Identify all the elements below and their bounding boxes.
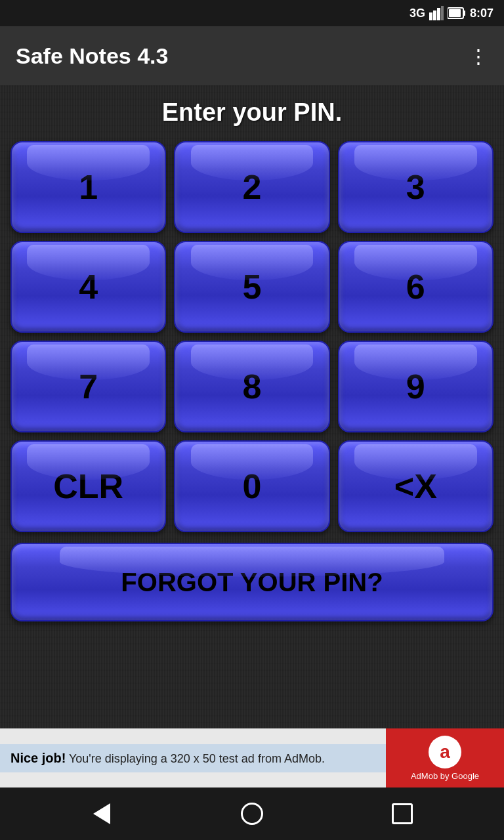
ad-title: Nice job! [10,751,66,765]
svg-rect-1 [433,10,436,20]
key-4-button[interactable]: 4 [10,241,166,333]
app-title: Safe Notes 4.3 [16,43,168,69]
svg-rect-3 [441,6,444,20]
ad-body-text: You're displaying a 320 x 50 test ad fro… [69,752,325,765]
key-6-button[interactable]: 6 [338,241,494,333]
admob-logo[interactable]: a AdMob by Google [386,728,504,788]
key-2-button[interactable]: 2 [174,141,329,233]
main-content: Enter your PIN. 1 2 3 4 5 6 7 8 9 CLR [0,85,504,728]
time-display: 8:07 [470,7,494,20]
key-1-button[interactable]: 1 [10,141,166,233]
key-backspace-button[interactable]: <X [338,440,494,532]
nav-bar [0,788,504,840]
svg-rect-5 [463,10,465,16]
status-icons: 3G 8:07 [410,6,494,20]
key-5-button[interactable]: 5 [174,241,329,333]
key-9-button[interactable]: 9 [338,341,494,432]
pin-prompt-text: Enter your PIN. [162,98,343,127]
forgot-pin-button[interactable]: FORGOT YOUR PIN? [10,543,494,621]
overflow-menu-icon[interactable]: ⋮ [469,45,488,68]
key-8-button[interactable]: 8 [174,341,329,432]
key-7-button[interactable]: 7 [10,341,166,432]
home-button[interactable] [236,797,268,830]
svg-rect-6 [449,9,461,17]
network-indicator: 3G [410,7,425,20]
recents-button[interactable] [386,797,419,830]
status-bar: 3G 8:07 [0,0,504,26]
admob-logo-text: AdMob by Google [411,771,479,781]
svg-rect-2 [437,8,440,20]
key-clr-button[interactable]: CLR [10,440,166,532]
back-button[interactable] [85,797,118,830]
key-0-button[interactable]: 0 [174,440,329,532]
key-3-button[interactable]: 3 [338,141,494,233]
svg-rect-0 [429,12,432,20]
app-bar: Safe Notes 4.3 ⋮ [0,26,504,85]
ad-content: Nice job! You're displaying a 320 x 50 t… [0,744,386,772]
admob-logo-icon: a [429,736,461,768]
signal-icon [429,6,444,20]
keypad: 1 2 3 4 5 6 7 8 9 CLR 0 [10,141,494,532]
ad-banner: Nice job! You're displaying a 320 x 50 t… [0,728,504,788]
battery-icon [448,7,466,20]
